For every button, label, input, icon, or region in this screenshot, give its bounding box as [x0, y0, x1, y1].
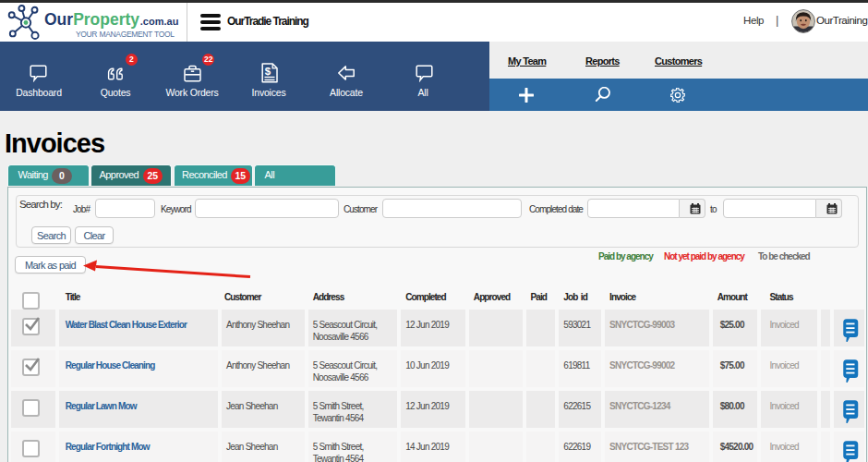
svg-text:YOUR MANAGEMENT TOOL: YOUR MANAGEMENT TOOL [76, 30, 175, 39]
svg-text:OurProperty: OurProperty [44, 10, 139, 29]
svg-text:.com.au: .com.au [140, 16, 179, 27]
svg-text:$: $ [265, 66, 271, 77]
